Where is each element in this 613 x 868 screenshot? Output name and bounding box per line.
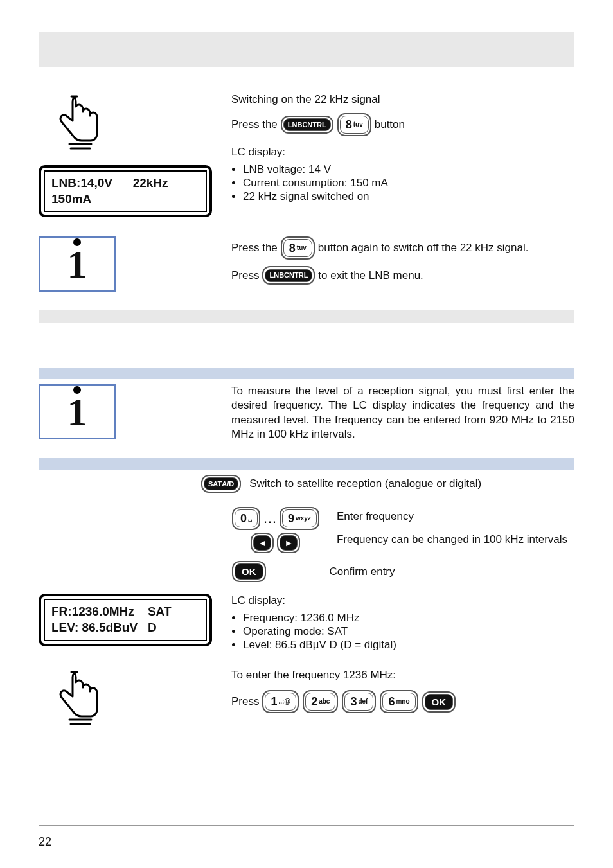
- text: Enter frequency: [337, 509, 574, 524]
- subsection-divider: [39, 458, 574, 470]
- list-item: Frequency: 1236.0 MHz: [243, 612, 574, 624]
- lc-display-list: LNB voltage: 14 V Current consumption: 1…: [231, 163, 574, 203]
- pointing-hand-icon: [58, 93, 212, 154]
- digit-8-key[interactable]: 8tuv: [337, 113, 371, 136]
- lcd-line-2: 150mA: [51, 192, 91, 206]
- digit-3-key[interactable]: 3def: [342, 690, 376, 713]
- button-word: button: [375, 118, 405, 131]
- lnb-cntrl-key[interactable]: LNBCNTRL: [281, 116, 333, 134]
- lcd-line-2: LEV: 86.5dBuV D: [51, 621, 157, 634]
- pointing-hand-icon: [58, 668, 212, 729]
- right-arrow-key[interactable]: ►: [277, 533, 300, 553]
- list-item: Level: 86.5 dBµV D (D = digital): [243, 639, 574, 651]
- list-item: LNB voltage: 14 V: [243, 163, 574, 176]
- header-bar: [39, 32, 574, 67]
- subsection-divider: [39, 368, 574, 379]
- text: Press the: [231, 242, 278, 254]
- list-item: 22 kHz signal switched on: [243, 190, 574, 203]
- list-item: Current consumption: 150 mA: [243, 177, 574, 190]
- info-paragraph: To measure the level of a reception sign…: [231, 384, 574, 441]
- press-text: Press: [231, 695, 259, 708]
- digit-9-key[interactable]: 9wxyz: [280, 507, 319, 530]
- left-arrow-key[interactable]: ◄: [251, 533, 274, 553]
- ellipsis-icon: …: [263, 510, 277, 527]
- ok-key[interactable]: OK: [422, 691, 456, 713]
- lcd-line-1: FR:1236.0MHz SAT: [51, 605, 172, 618]
- text: Confirm entry: [330, 565, 395, 578]
- text: to exit the LNB menu.: [318, 269, 423, 282]
- text: Press: [231, 269, 259, 282]
- section-divider: [39, 310, 574, 323]
- press-text: Press the: [231, 118, 278, 131]
- info-icon: 1: [39, 236, 116, 292]
- text: To enter the frequency 1236 MHz:: [231, 668, 574, 682]
- list-item: Operating mode: SAT: [243, 625, 574, 638]
- lcd-line-1: LNB:14,0V 22kHz: [51, 176, 168, 190]
- sat-ad-key[interactable]: SATA/D: [201, 475, 241, 493]
- section-title: Switching on the 22 kHz signal: [231, 93, 574, 107]
- digit-2-key[interactable]: 2abc: [303, 690, 338, 713]
- text: Switch to satellite reception (analogue …: [249, 477, 481, 490]
- info-icon: 1: [39, 384, 116, 439]
- text: button again to switch off the 22 kHz si…: [318, 242, 529, 254]
- ok-key[interactable]: OK: [232, 561, 266, 582]
- lnb-cntrl-key[interactable]: LNBCNTRL: [262, 266, 315, 285]
- digit-6-key[interactable]: 6mno: [380, 690, 418, 713]
- lc-display-label: LC display:: [231, 594, 574, 608]
- lc-display-list: Frequency: 1236.0 MHz Operating mode: SA…: [231, 612, 574, 651]
- page-number: 22: [39, 835, 51, 849]
- lc-display-label: LC display:: [231, 145, 574, 159]
- footer-rule: [39, 825, 574, 826]
- digit-1-key[interactable]: 1..:@: [262, 690, 299, 713]
- digit-0-key[interactable]: 0␣: [232, 507, 260, 530]
- lcd-display: FR:1236.0MHz SAT LEV: 86.5dBuV D: [39, 594, 212, 646]
- text: Frequency can be changed in 100 kHz inte…: [337, 533, 574, 547]
- digit-8-key[interactable]: 8tuv: [281, 236, 315, 260]
- lcd-display: LNB:14,0V 22kHz 150mA: [39, 165, 212, 217]
